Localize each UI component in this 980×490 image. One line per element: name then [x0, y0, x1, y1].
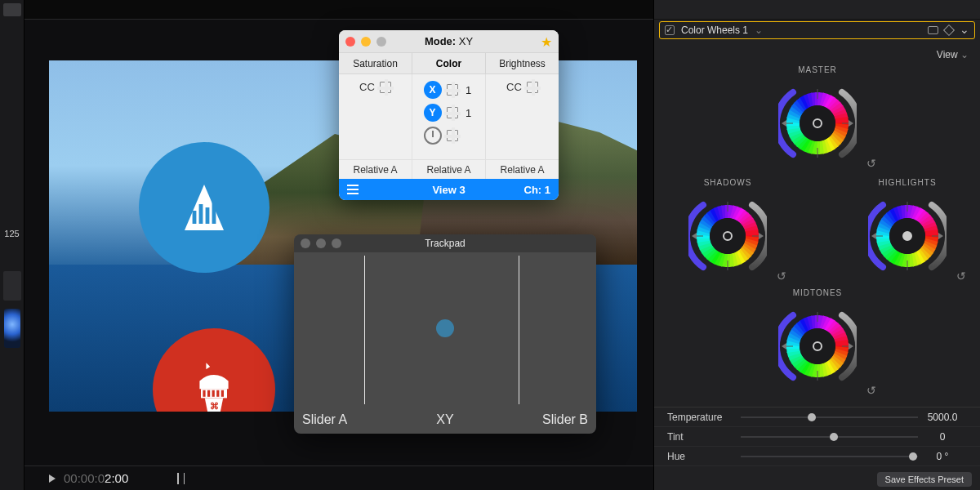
reset-shadows-icon[interactable]	[777, 270, 788, 281]
svg-rect-3	[212, 201, 216, 224]
svg-rect-2	[206, 207, 210, 224]
svg-line-46	[813, 92, 815, 105]
crop-icon[interactable]	[447, 130, 458, 141]
inspector-panel: Color Wheels 1⌄ View MASTER SHADOWS	[653, 0, 980, 490]
slider-tint[interactable]: Tint 0	[654, 427, 980, 447]
trackpad-surface[interactable]: Slider A XY Slider B	[294, 252, 596, 434]
svg-marker-66	[849, 120, 853, 127]
tab-saturation[interactable]: Saturation	[339, 53, 412, 74]
svg-marker-65	[782, 120, 786, 127]
svg-line-78	[730, 254, 732, 267]
reset-highlights-icon[interactable]	[956, 270, 968, 281]
power-icon[interactable]	[424, 127, 442, 145]
column-color: X 1 Y 1	[412, 74, 486, 159]
rail-button-top[interactable]	[3, 3, 21, 16]
hue-track[interactable]	[741, 456, 918, 457]
favorite-star-icon[interactable]: ★	[541, 34, 552, 50]
left-tool-rail: 125	[0, 0, 24, 490]
svg-line-170	[925, 232, 938, 234]
reset-midtones-icon[interactable]	[866, 384, 878, 395]
svg-line-146	[876, 238, 889, 240]
tab-color[interactable]: Color	[412, 53, 486, 74]
wheel-shadows[interactable]: SHADOWS	[688, 178, 767, 282]
transport-bar: 00:00:02:00	[24, 466, 653, 490]
y-axis-button[interactable]: Y	[424, 104, 442, 122]
play-icon[interactable]	[49, 474, 56, 483]
svg-rect-0	[193, 211, 197, 224]
rail-thumb[interactable]	[3, 271, 21, 301]
svg-marker-122	[759, 233, 764, 239]
trackpad-titlebar[interactable]: Trackpad	[294, 234, 596, 252]
trackpad-window: Trackpad Slider A XY Slider B	[294, 234, 596, 434]
temperature-value: 5000.0	[918, 412, 967, 423]
reset-master-icon[interactable]	[866, 157, 878, 168]
mask-icon[interactable]	[928, 26, 938, 34]
divider-a	[364, 256, 365, 404]
view-menu[interactable]: View	[654, 42, 980, 64]
mode-window-title: Mode: XY	[339, 35, 559, 47]
crop-icon[interactable]	[447, 107, 458, 118]
svg-text:⌘: ⌘	[210, 401, 219, 411]
trackpad-title: Trackpad	[294, 238, 596, 249]
mode-window-titlebar[interactable]: Mode: XY ★	[339, 30, 559, 52]
color-wheels-area: MASTER SHADOWS HIG	[654, 64, 980, 407]
svg-line-214	[813, 315, 815, 328]
relative-bright[interactable]: Relative A	[486, 160, 559, 179]
xy-cursor[interactable]	[436, 319, 454, 337]
temperature-track[interactable]	[741, 416, 918, 418]
wheel-midtones[interactable]: MIDTONES	[778, 288, 857, 392]
svg-point-115	[710, 218, 746, 254]
relative-sat[interactable]: Relative A	[339, 160, 412, 179]
wheel-master[interactable]: MASTER	[778, 65, 857, 169]
svg-line-202	[786, 349, 800, 350]
slider-a-label: Slider A	[302, 412, 347, 427]
column-saturation: CC	[339, 74, 412, 159]
svg-line-158	[903, 205, 905, 218]
tab-brightness[interactable]: Brightness	[486, 53, 559, 74]
xy-zone-label: XY	[436, 412, 453, 427]
save-preset-button[interactable]: Save Effects Preset	[877, 472, 972, 487]
svg-line-58	[835, 119, 849, 121]
svg-line-90	[697, 238, 710, 240]
scrub-mark[interactable]	[184, 473, 185, 484]
chevron-down-icon[interactable]	[960, 24, 969, 36]
app-icon-marker-blue	[139, 142, 270, 273]
relative-color[interactable]: Relative A	[412, 160, 486, 179]
crop-icon[interactable]	[447, 84, 458, 96]
keyframe-icon[interactable]	[943, 24, 955, 36]
svg-line-102	[724, 205, 725, 218]
svg-rect-1	[199, 204, 203, 224]
svg-rect-9	[221, 390, 224, 397]
slider-hue[interactable]: Hue 0 °	[654, 447, 980, 466]
svg-marker-178	[938, 233, 943, 239]
sat-cc-label: CC	[359, 81, 375, 93]
mode-window: Mode: XY ★ Saturation Color Brightness C…	[339, 30, 559, 200]
footer-channel[interactable]: Ch: 1	[524, 184, 551, 196]
svg-line-34	[786, 126, 800, 127]
y-value: 1	[463, 107, 474, 119]
svg-line-134	[910, 254, 911, 267]
effect-header[interactable]: Color Wheels 1⌄	[659, 21, 975, 39]
effect-title: Color Wheels 1	[681, 24, 748, 36]
rail-framecount: 125	[0, 229, 24, 238]
tint-track[interactable]	[741, 436, 918, 438]
svg-rect-6	[207, 390, 210, 397]
svg-line-114	[746, 232, 759, 234]
divider-b	[519, 256, 519, 404]
x-axis-button[interactable]: X	[424, 81, 442, 99]
crop-icon[interactable]	[380, 82, 391, 93]
effect-enable-checkbox[interactable]	[665, 25, 675, 35]
svg-point-227	[800, 328, 835, 364]
svg-rect-5	[203, 390, 205, 397]
svg-marker-121	[692, 233, 697, 239]
rail-clip-thumb[interactable]	[4, 309, 20, 348]
crop-icon[interactable]	[527, 82, 538, 93]
wheel-highlights[interactable]: HIGHLIGHTS	[868, 178, 947, 282]
svg-marker-233	[782, 343, 786, 350]
svg-rect-7	[212, 390, 215, 397]
slider-b-label: Slider B	[542, 412, 588, 427]
tint-value: 0	[918, 431, 967, 443]
scrub-mark[interactable]	[177, 473, 179, 484]
slider-temperature[interactable]: Temperature 5000.0	[654, 408, 980, 427]
svg-marker-177	[871, 233, 876, 239]
